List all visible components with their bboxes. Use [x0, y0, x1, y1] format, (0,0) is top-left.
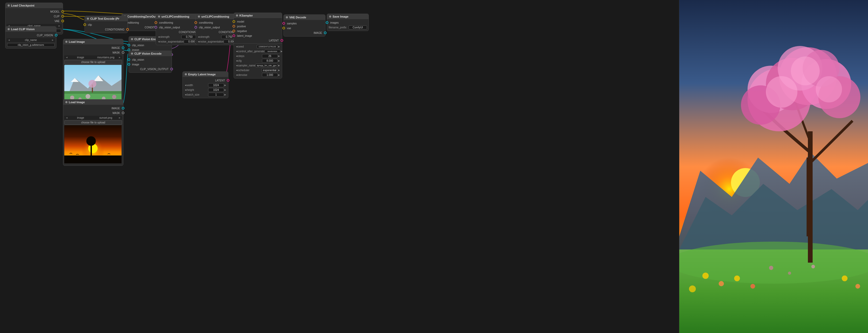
image2-dot[interactable] — [122, 107, 124, 110]
denoise-value: 1.000 — [262, 73, 278, 77]
clip-vision-input-2: clip_vision — [129, 57, 172, 62]
clip-vision-dot[interactable] — [55, 34, 58, 36]
latent-output-dot[interactable] — [281, 39, 283, 42]
empty-latent-title: Empty Latent Image — [188, 73, 216, 76]
load-image-1-header: Load Image — [63, 39, 123, 44]
width-next[interactable]: ▶ — [224, 84, 226, 86]
prev-arrow[interactable]: ◀ — [65, 117, 68, 119]
clip-vision-input-dot-1[interactable] — [128, 44, 130, 47]
cfg-prev[interactable]: ◀ — [236, 60, 238, 62]
width-prev[interactable]: ◀ — [184, 84, 187, 86]
control-after-value: randomize — [265, 50, 280, 53]
steps-prev[interactable]: ◀ — [236, 55, 238, 57]
model-input-label: model — [236, 20, 246, 23]
mask1-dot[interactable] — [122, 51, 124, 54]
svg-point-12 — [89, 80, 96, 88]
batch-size-prev[interactable]: ◀ — [184, 93, 187, 96]
next-arrow[interactable]: ▶ — [118, 117, 121, 119]
strength-1-prev[interactable]: ◀ — [157, 36, 160, 38]
conditioning-text-dot[interactable] — [126, 28, 129, 31]
latent-output-label: LATENT — [267, 39, 280, 42]
negative-input-dot[interactable] — [232, 30, 235, 32]
unclip-conditioning-1-title: unCLIPConditioning — [161, 15, 189, 18]
denoise-label: denoise — [238, 73, 262, 77]
denoise-next[interactable]: ▶ — [278, 74, 280, 76]
image-input-dot-2[interactable] — [128, 63, 130, 66]
mask1-output-port: MASK — [63, 50, 123, 55]
batch-size-row: ◀ batch_size 1 ▶ — [183, 92, 228, 97]
scheduler-prev[interactable]: ◀ — [236, 69, 238, 71]
save-image-header: Save Image — [327, 14, 369, 19]
vae-decode-header: VAE Decode — [284, 15, 325, 20]
model-input-dot[interactable] — [232, 20, 235, 23]
sampler-name-prev[interactable]: ◀ — [236, 64, 238, 67]
clip-dot[interactable] — [61, 15, 64, 18]
image2-preview — [64, 125, 122, 164]
conditioning-in-label-1: conditioning — [157, 21, 175, 24]
denoise-prev[interactable]: ◀ — [236, 74, 238, 76]
clip-name-value: clip_vision_g.safetensors — [7, 43, 55, 47]
strength-2-prev[interactable]: ◀ — [197, 36, 200, 38]
clip-vision-out-in-dot-2[interactable] — [194, 26, 197, 29]
sampler-name-next[interactable]: ▶ — [278, 64, 280, 67]
steps-label: steps — [238, 55, 262, 58]
batch-size-next[interactable]: ▶ — [224, 93, 226, 96]
prev-arrow[interactable]: ◀ — [65, 56, 68, 59]
conditioning-in-dot-1[interactable] — [155, 21, 157, 24]
node-status-dot — [236, 14, 238, 17]
next-arrow[interactable]: ▶ — [58, 25, 61, 27]
clip-vision-out-in-dot-1[interactable] — [155, 26, 157, 29]
scheduler-next[interactable]: ▶ — [278, 69, 280, 71]
latent-out-dot[interactable] — [227, 79, 229, 82]
output-panel — [679, 0, 868, 333]
image-decode-output-dot[interactable] — [324, 32, 327, 34]
vae-input-dot[interactable] — [282, 27, 285, 29]
upload-btn-1[interactable]: choose file to upload — [64, 60, 122, 64]
height-prev[interactable]: ◀ — [184, 89, 187, 91]
mask2-dot[interactable] — [122, 112, 124, 114]
svg-point-10 — [112, 95, 116, 99]
clip-vision-out-in-label-1: clip_vision_output — [157, 26, 182, 29]
conditioning-out-1: CONDITIONING — [156, 30, 201, 34]
image1-dot[interactable] — [122, 47, 124, 49]
height-next[interactable]: ▶ — [224, 89, 226, 91]
image1-filename: mountains.png — [93, 56, 118, 59]
positive-input-dot[interactable] — [232, 25, 235, 28]
model-dot[interactable] — [61, 10, 64, 13]
svg-point-42 — [734, 275, 740, 281]
latent-image-input-port: latent_image — [234, 33, 282, 38]
node-status-dot — [8, 28, 10, 30]
clip-vision-input-dot-2[interactable] — [128, 58, 130, 61]
cfg-next[interactable]: ▶ — [278, 60, 280, 62]
control-after-next[interactable]: ▶ — [280, 50, 283, 53]
images-input-dot[interactable] — [326, 21, 328, 24]
conditioning-in-dot-2[interactable] — [194, 21, 197, 24]
svg-point-49 — [811, 265, 815, 268]
clip-vision-output-label: CLIP_VISION — [35, 34, 55, 37]
samples-input-dot[interactable] — [282, 22, 285, 25]
seed-next[interactable]: ▶ — [278, 46, 280, 48]
control-after-prev[interactable]: ◀ — [236, 50, 238, 53]
latent-image-input-dot[interactable] — [232, 34, 235, 37]
height-label: height — [187, 89, 208, 91]
clip-output-label: CLIP — [52, 15, 61, 18]
image1-preview — [64, 65, 122, 105]
svg-point-43 — [750, 284, 755, 289]
conditioning-zero-out-title: ConditioningZeroOut — [127, 15, 156, 18]
vae-dot[interactable] — [61, 20, 64, 22]
filename-prefix-label: filename_prefix — [329, 26, 348, 29]
node-status-dot — [198, 16, 200, 18]
clip-input-dot[interactable] — [84, 23, 86, 26]
upload-btn-2[interactable]: choose file to upload — [64, 120, 122, 125]
next-arrow[interactable]: ▶ — [118, 56, 121, 59]
clip-vision-output-dot-2[interactable] — [170, 68, 173, 70]
width-row: ◀ width 1024 ▶ — [183, 83, 228, 87]
noise-aug-2-prev[interactable]: ◀ — [197, 40, 200, 43]
noise-aug-1-prev[interactable]: ◀ — [157, 40, 160, 43]
seed-prev[interactable]: ◀ — [236, 46, 238, 48]
image1-path-label: image — [68, 56, 93, 59]
next-arrow[interactable]: ▶ — [52, 39, 54, 41]
sampler-name-value: dpmpp_3m_sde_gpu — [255, 64, 278, 67]
prev-arrow[interactable]: ◀ — [8, 39, 10, 41]
steps-next[interactable]: ▶ — [278, 55, 280, 57]
